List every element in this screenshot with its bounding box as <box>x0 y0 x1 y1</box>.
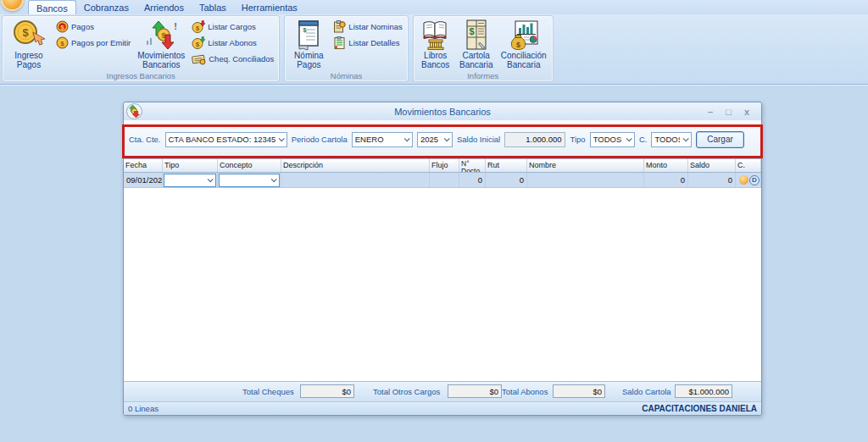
saldo-inicial-input[interactable]: 1.000.000 <box>504 132 565 147</box>
column-header-descripcion[interactable]: Descripción <box>281 159 430 172</box>
pagos-por-emitir-button[interactable]: $ Pagos por Emitir <box>54 35 132 51</box>
tab-herramientas[interactable]: Herramientas <box>234 0 305 14</box>
tab-cobranzas[interactable]: Cobranzas <box>76 0 136 14</box>
dialog-title: Movimientos Bancarios <box>124 107 761 117</box>
column-header-saldo[interactable]: Saldo <box>688 159 736 172</box>
cell-descripcion <box>281 173 430 187</box>
column-header-fecha[interactable]: Fecha <box>124 159 163 172</box>
group-label: Informes <box>414 71 553 80</box>
button-label-line: Ingreso <box>14 51 42 60</box>
tipo-label: Tipo <box>570 135 585 144</box>
dialog-titlebar[interactable]: Movimientos Bancarios – □ x <box>124 102 761 120</box>
combo-value: TODOS <box>593 135 622 144</box>
ribbon: Bancos Cobranzas Arriendos Tablas Herram… <box>0 0 868 85</box>
group-label: Nóminas <box>285 71 407 80</box>
nomina-pagos-button[interactable]: $ Nómina Pagos <box>288 18 329 69</box>
year-select[interactable]: 2025 <box>417 132 453 147</box>
column-header-c[interactable]: C. <box>736 159 761 172</box>
column-header-flujo[interactable]: Flujo <box>430 159 459 172</box>
saldo-cartola-label: Saldo Cartola <box>622 387 671 396</box>
column-header-n-docto[interactable]: N° Docto. <box>459 159 486 172</box>
column-header-rut[interactable]: Rut <box>486 159 527 172</box>
cell-flujo <box>430 173 459 187</box>
button-label-line: Libros <box>424 51 447 60</box>
svg-text:!: ! <box>174 21 177 31</box>
periodo-select[interactable]: ENERO <box>352 132 413 147</box>
group-nominas: $ Nómina Pagos <box>284 15 408 82</box>
coin-gold-icon: $ <box>56 36 69 49</box>
ingreso-pagos-button[interactable]: $ Ingreso Pagos <box>6 18 52 69</box>
button-label-line: Bancos <box>421 60 449 69</box>
tipo-row-select[interactable] <box>164 174 216 187</box>
cheq-conciliados-button[interactable]: Cheq. Conciliados <box>190 51 275 67</box>
minimize-button[interactable]: – <box>708 107 713 117</box>
total-cheques-value: $0 <box>300 384 354 398</box>
table-header-row: Fecha Tipo Concepto Descripción Flujo N°… <box>124 158 761 173</box>
filter-bar: Cta. Cte. CTA BANCO ESTADO: 123456789 Pe… <box>124 120 761 158</box>
document-badge[interactable]: D <box>749 175 760 185</box>
cartola-bancaria-button[interactable]: $ Cartola Bancaria <box>457 18 496 69</box>
button-label-line: Bancaria <box>459 60 492 69</box>
ribbon-body: $ Ingreso Pagos $ <box>0 14 554 82</box>
cuenta-corriente-select[interactable]: CTA BANCO ESTADO: 123456789 <box>165 132 287 147</box>
c-select[interactable]: TODOS <box>651 132 692 147</box>
book-bank-icon <box>420 19 451 51</box>
small-button-column: $ Listar Cargos $ <box>190 18 275 69</box>
pagos-button[interactable]: $ Pagos <box>54 19 132 35</box>
close-button[interactable]: x <box>744 107 749 117</box>
table-row[interactable]: 09/01/2025 0 0 0 0 D <box>124 173 761 188</box>
table-empty-area <box>124 188 761 381</box>
listar-nominas-button[interactable]: Listar Nominas <box>331 19 403 35</box>
button-label-line: Cartola <box>463 51 490 60</box>
combo-value: CTA BANCO ESTADO: 123456789 <box>169 135 275 144</box>
movimientos-bancarios-button[interactable]: $ ! Movimientos Bancarios <box>135 18 187 69</box>
button-label: Cheq. Conciliados <box>209 54 274 64</box>
button-label-line: Bancarios <box>142 60 180 69</box>
column-header-monto[interactable]: Monto <box>644 159 688 172</box>
button-label-line: Conciliación <box>501 51 547 60</box>
chevron-down-icon <box>441 133 452 146</box>
cell-saldo: 0 <box>688 173 736 187</box>
button-label-line: Nómina <box>294 51 323 60</box>
column-header-concepto[interactable]: Concepto <box>218 159 281 172</box>
group-label: Ingresos Bancarios <box>3 71 279 80</box>
tab-tablas[interactable]: Tablas <box>192 0 234 14</box>
svg-text:$: $ <box>516 41 520 49</box>
status-dot-icon <box>739 175 748 185</box>
tab-arriendos[interactable]: Arriendos <box>136 0 192 14</box>
chevron-down-icon <box>680 133 691 146</box>
button-label: Listar Detalles <box>348 38 399 47</box>
button-label-line: Movimientos <box>137 51 185 60</box>
ledger-statement-icon: $ <box>464 19 489 51</box>
coin-green-arrow-icon: $ <box>192 36 205 49</box>
conciliacion-bancaria-button[interactable]: $ Conciliación Bancaria <box>498 18 549 69</box>
svg-text:$: $ <box>303 27 307 34</box>
listar-abonos-button[interactable]: $ Listar Abonos <box>190 35 275 51</box>
column-header-nombre[interactable]: Nombre <box>527 159 644 172</box>
button-label: Pagos por Emitir <box>71 38 131 47</box>
total-otros-cargos-value: $0 <box>448 384 502 398</box>
small-button-column: $ Pagos $ Pagos por <box>54 18 132 69</box>
concepto-row-select[interactable] <box>219 174 280 187</box>
totals-bar: Total Cheques $0 Total Otros Cargos $0 T… <box>124 381 761 401</box>
tipo-select[interactable]: TODOS <box>590 132 635 147</box>
tab-bancos[interactable]: Bancos <box>28 0 76 14</box>
listar-detalles-button[interactable]: Listar Detalles <box>331 35 403 51</box>
arrows-updown-coin-icon: $ ! <box>144 19 178 51</box>
chevron-down-icon <box>204 174 215 186</box>
cargar-button[interactable]: Cargar <box>696 131 744 148</box>
listar-cargos-button[interactable]: $ Listar Cargos <box>190 19 275 35</box>
chevron-down-icon <box>401 133 412 146</box>
button-label: Listar Nominas <box>348 22 402 31</box>
button-label-line: Pagos <box>297 60 320 69</box>
combo-value: TODOS <box>654 135 680 144</box>
libros-bancos-button[interactable]: Libros Bancos <box>417 18 454 69</box>
coin-red-icon: $ <box>56 20 69 33</box>
total-abonos-value: $0 <box>553 384 605 398</box>
svg-text:$: $ <box>60 24 64 31</box>
cell-fecha: 09/01/2025 <box>124 173 163 187</box>
button-label: Pagos <box>71 22 94 31</box>
svg-text:$: $ <box>22 26 29 39</box>
column-header-tipo[interactable]: Tipo <box>163 159 218 172</box>
maximize-button[interactable]: □ <box>726 107 732 117</box>
